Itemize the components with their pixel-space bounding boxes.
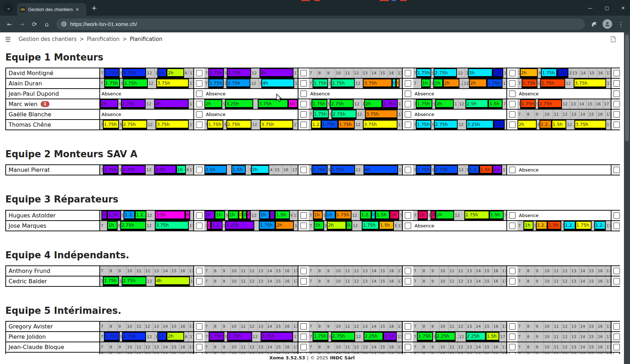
schedule-block[interactable]: 1.75h [321, 120, 338, 130]
row-day-checkbox[interactable] [405, 268, 411, 274]
breadcrumb-link[interactable]: Planification [87, 36, 120, 42]
day-cell[interactable]: 71.75h92.75h123.75h17 [100, 120, 194, 130]
row-day-checkbox[interactable] [509, 167, 516, 173]
row-day-checkbox[interactable] [405, 167, 411, 173]
schedule-block[interactable]: 2.75h [122, 120, 147, 130]
day-cell[interactable]: Absence [204, 89, 298, 99]
schedule-block[interactable]: 2.75h [434, 120, 458, 130]
day-cell[interactable]: 7891011121314151617 [204, 322, 298, 331]
day-cell[interactable]: 71.75h92.25h.122.25h1.5h17 [413, 332, 507, 342]
day-cell[interactable]: 71h91h1.75h121.2...0.1.5h1h7 [309, 211, 403, 220]
day-cell[interactable]: 7891011121314151617 [517, 342, 611, 352]
schedule-block[interactable]: 1.2... [211, 221, 223, 231]
schedule-block[interactable]: 1.5h [379, 221, 394, 231]
schedule-block[interactable]: 1.75h [208, 79, 224, 88]
day-cell[interactable]: Absence [100, 110, 194, 119]
row-day-checkbox[interactable] [509, 344, 516, 350]
schedule-block[interactable]: 1.2... [536, 221, 547, 231]
row-day-checkbox[interactable] [300, 90, 307, 97]
day-cell[interactable]: 71h92.75h123.75h17 [100, 221, 194, 231]
day-cell[interactable]: 71.75h92.75h1211.2...1.5h1h17 [413, 165, 507, 175]
row-day-checkbox[interactable] [509, 323, 516, 330]
row-day-checkbox[interactable] [509, 278, 516, 285]
day-cell[interactable]: 7891011121314151617 [413, 322, 507, 331]
schedule-block[interactable]: 0... [346, 221, 352, 231]
schedule-block[interactable]: 1h [107, 221, 117, 231]
row-day-checkbox[interactable] [196, 70, 203, 77]
schedule-block[interactable]: 2.75h [121, 165, 146, 175]
row-day-checkbox[interactable] [613, 90, 620, 97]
schedule-block[interactable]: 2.75h [123, 79, 147, 88]
row-day-checkbox[interactable] [196, 167, 203, 173]
row-day-checkbox[interactable] [405, 70, 411, 77]
schedule-block[interactable]: 3.75h [155, 221, 189, 231]
schedule-block[interactable]: 2h [435, 99, 454, 109]
schedule-block[interactable]: 1.5h [547, 221, 561, 231]
day-cell[interactable]: 2h92.75h124h17 [100, 99, 194, 109]
row-day-checkbox[interactable] [300, 344, 307, 350]
schedule-block[interactable]: 4h [364, 165, 398, 175]
schedule-block[interactable]: 2.25h [364, 332, 383, 342]
schedule-block[interactable]: 1.75h [104, 332, 119, 342]
schedule-block[interactable]: 0. [247, 211, 251, 220]
tab-search-button[interactable]: ⌄ [4, 3, 14, 13]
schedule-block[interactable]: 2.75h [464, 211, 489, 220]
schedule-block[interactable]: 1h [176, 165, 186, 175]
schedule-block[interactable]: 3.75h [363, 79, 392, 88]
hamburger-menu-icon[interactable]: ☰ [5, 36, 11, 43]
day-cell[interactable]: 72h91.75h1.2...21314151617 [517, 68, 611, 78]
day-cell[interactable]: 7891011121314151617 [100, 342, 194, 352]
schedule-block[interactable]: 1.75h [541, 68, 557, 78]
row-day-checkbox[interactable] [613, 101, 620, 107]
row-day-checkbox[interactable] [196, 222, 203, 229]
day-cell[interactable]: 2h93.25h3.75h1h [204, 99, 298, 109]
schedule-block[interactable]: 2h [275, 221, 294, 231]
schedule-block[interactable]: 2.75h [330, 165, 355, 175]
row-day-checkbox[interactable] [405, 111, 411, 118]
row-day-checkbox[interactable] [405, 212, 411, 219]
schedule-block[interactable]: 1.75h [417, 332, 433, 342]
document-icon[interactable] [611, 36, 616, 44]
schedule-block[interactable]: 2.75h [122, 68, 146, 78]
row-day-checkbox[interactable] [405, 222, 411, 229]
schedule-block[interactable]: 3.75h [260, 120, 293, 130]
day-cell[interactable]: 71.75h92.75h123.75h17 [204, 120, 298, 130]
schedule-block[interactable]: 3.25h [225, 221, 254, 231]
day-cell[interactable]: 71.75h92.75h121314151617 [517, 99, 611, 109]
minimize-button[interactable]: — [588, 5, 593, 11]
schedule-block[interactable]: 2.5h [204, 165, 227, 175]
row-day-checkbox[interactable] [509, 90, 516, 97]
schedule-block[interactable]: 2.75h [332, 110, 356, 119]
schedule-block[interactable]: 2h [364, 99, 382, 109]
row-day-checkbox[interactable] [300, 70, 307, 77]
schedule-block[interactable]: 1.75h [416, 99, 432, 109]
schedule-block[interactable]: 1.75h [522, 79, 538, 88]
day-cell[interactable]: 70.1.2...93.25h1.75h2h17 [204, 221, 298, 231]
row-day-checkbox[interactable] [613, 323, 620, 330]
schedule-block[interactable]: 1.75h [208, 68, 224, 78]
schedule-block[interactable]: 1.75h [416, 68, 431, 78]
schedule-block[interactable]: 1.75h [313, 332, 328, 342]
address-bar[interactable]: https://work-lsn-01.xome.ch/ [56, 19, 585, 30]
schedule-block[interactable]: 1.5h [375, 211, 389, 220]
schedule-block[interactable]: 0... [101, 211, 107, 220]
schedule-block[interactable]: 1h [157, 332, 167, 342]
schedule-block[interactable]: 3.75h [261, 332, 293, 342]
schedule-block[interactable]: 1.2... [540, 120, 552, 130]
day-cell[interactable]: 71.75h92.75h1214h17 [204, 79, 298, 88]
schedule-block[interactable]: 1h [314, 221, 324, 231]
day-cell[interactable]: 0...1.5h91.2...1.2...123.5h0... [100, 211, 194, 220]
row-day-checkbox[interactable] [509, 268, 516, 274]
day-cell[interactable]: Absence [517, 165, 611, 175]
schedule-block[interactable]: 1.5h [486, 332, 500, 342]
day-cell[interactable]: 71h91h2h.2122h1.75h17 [413, 79, 507, 88]
row-day-checkbox[interactable] [613, 333, 620, 340]
schedule-block[interactable]: 0. [371, 211, 375, 220]
schedule-block[interactable]: 1h [421, 79, 431, 88]
schedule-block[interactable]: 1.75h [576, 221, 592, 231]
schedule-block[interactable]: 3.75h [574, 120, 606, 130]
row-day-checkbox[interactable] [300, 333, 307, 340]
site-info-icon[interactable] [61, 21, 67, 27]
schedule-block[interactable]: 2.25h [466, 332, 486, 342]
schedule-block[interactable]: 1h [326, 211, 335, 220]
